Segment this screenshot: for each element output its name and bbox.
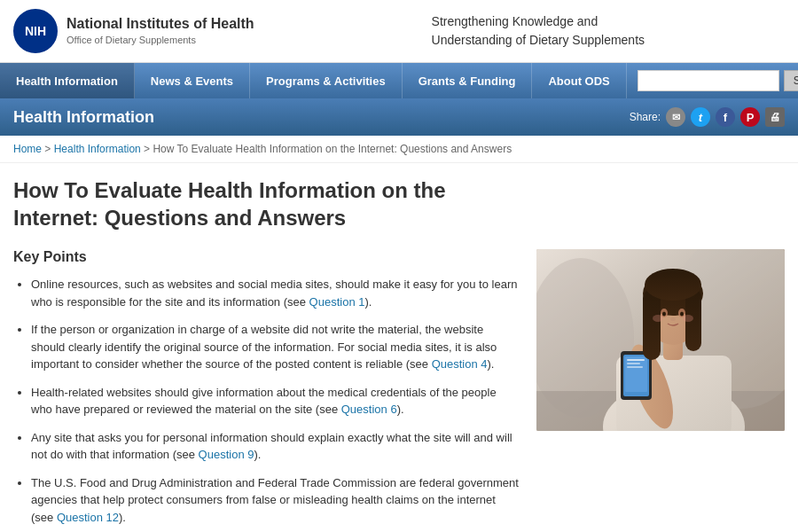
- svg-rect-17: [643, 289, 661, 360]
- list-item: Any site that asks you for personal info…: [31, 429, 519, 464]
- tagline-line2: Understanding of Dietary Supplements: [432, 33, 645, 47]
- twitter-share-icon[interactable]: t: [691, 107, 710, 127]
- nih-org-subtitle: Office of Dietary Supplements: [66, 34, 254, 46]
- main-content: How To Evaluate Health Information on th…: [0, 163, 798, 532]
- nav-about-ods[interactable]: About ODS: [532, 63, 626, 98]
- question12-link[interactable]: Question 12: [57, 511, 119, 524]
- site-header: NIH National Institutes of Health Office…: [0, 0, 798, 63]
- key-points-list: Online resources, such as websites and s…: [13, 276, 519, 526]
- question6-link[interactable]: Question 6: [341, 403, 397, 416]
- nih-text-block: National Institutes of Health Office of …: [66, 15, 254, 46]
- nav-news-events[interactable]: News & Events: [135, 63, 250, 98]
- svg-point-24: [670, 317, 676, 321]
- share-label: Share:: [630, 111, 661, 123]
- search-area: Search: [627, 63, 798, 98]
- breadcrumb-current: How To Evaluate Health Information on th…: [153, 143, 512, 155]
- content-area: Key Points Online resources, such as web…: [13, 249, 785, 532]
- main-navigation: Health Information News & Events Program…: [0, 63, 798, 98]
- facebook-share-icon[interactable]: f: [716, 107, 735, 127]
- list-item: The U.S. Food and Drug Administration an…: [31, 474, 519, 527]
- key-points-heading: Key Points: [13, 249, 519, 265]
- nav-grants-funding[interactable]: Grants & Funding: [403, 63, 533, 98]
- question4-link[interactable]: Question 4: [432, 357, 488, 371]
- article-title: How To Evaluate Health Information on th…: [13, 176, 528, 231]
- breadcrumb-health-information[interactable]: Health Information: [54, 143, 141, 155]
- svg-point-23: [680, 312, 684, 317]
- print-share-icon[interactable]: 🖨: [765, 107, 785, 127]
- header-tagline: Strengthening Knowledge and Understandin…: [432, 12, 645, 50]
- nih-badge-text: NIH: [25, 24, 46, 38]
- svg-rect-10: [625, 356, 647, 392]
- tagline-line1: Strengthening Knowledge and: [432, 14, 598, 28]
- list-item: If the person or organization in charge …: [31, 321, 519, 373]
- article-image-area: [536, 249, 785, 532]
- nih-org-title: National Institutes of Health: [66, 15, 254, 34]
- svg-point-26: [683, 315, 693, 322]
- nav-programs-activities[interactable]: Programs & Activities: [250, 63, 403, 98]
- question9-link[interactable]: Question 9: [199, 448, 254, 461]
- search-button[interactable]: Search: [784, 70, 798, 91]
- svg-rect-13: [627, 366, 643, 368]
- list-item: Online resources, such as websites and s…: [31, 276, 519, 310]
- page-title: Health Information: [13, 108, 154, 127]
- breadcrumb-home[interactable]: Home: [13, 143, 42, 155]
- text-area: Key Points Online resources, such as web…: [13, 249, 519, 532]
- svg-rect-11: [627, 359, 645, 361]
- nih-logo[interactable]: NIH National Institutes of Health Office…: [13, 9, 254, 53]
- pinterest-share-icon[interactable]: P: [740, 107, 760, 127]
- question1-link[interactable]: Question 1: [309, 295, 365, 309]
- share-area: Share: ✉ t f P 🖨: [630, 107, 785, 127]
- svg-point-22: [662, 312, 666, 317]
- page-title-bar: Health Information Share: ✉ t f P 🖨: [0, 98, 798, 136]
- nih-badge-icon: NIH: [13, 9, 58, 53]
- svg-rect-12: [627, 363, 640, 364]
- breadcrumb: Home > Health Information > How To Evalu…: [0, 136, 798, 163]
- email-share-icon[interactable]: ✉: [666, 107, 685, 127]
- nav-health-information[interactable]: Health Information: [0, 63, 135, 98]
- svg-point-25: [653, 315, 663, 322]
- search-input[interactable]: [638, 70, 779, 91]
- list-item: Health-related websites should give info…: [31, 384, 519, 419]
- svg-point-19: [645, 269, 701, 301]
- article-image: [536, 249, 785, 431]
